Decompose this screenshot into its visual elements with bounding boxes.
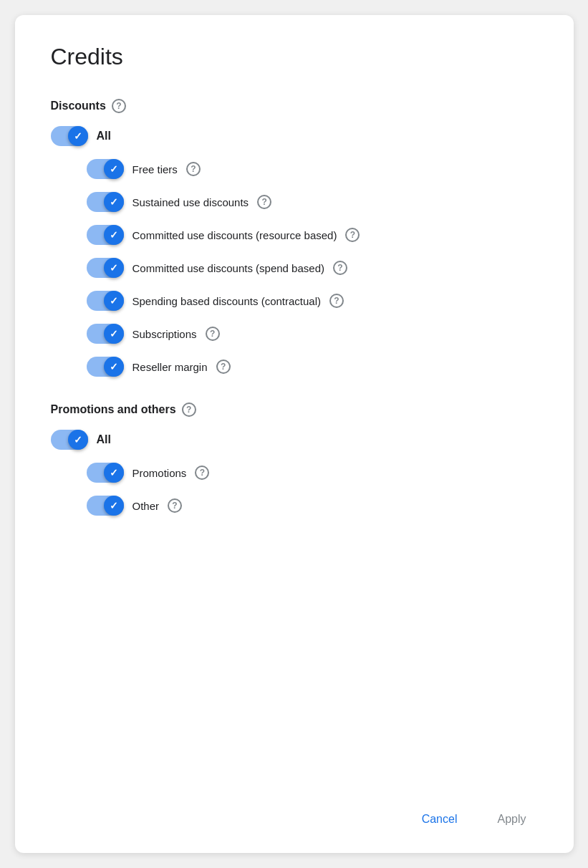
promotions-item-row: ✓ Promotions ? [87,463,538,483]
committed-resource-row: ✓ Committed use discounts (resource base… [87,225,538,245]
promotions-all-row: ✓ All [51,430,538,450]
subscriptions-label: Subscriptions [132,328,197,340]
other-label: Other [132,500,160,512]
toggle-check-icon: ✓ [110,328,118,339]
toggle-thumb: ✓ [104,291,124,311]
committed-spend-toggle[interactable]: ✓ [87,258,124,278]
reseller-margin-toggle[interactable]: ✓ [87,357,124,377]
committed-spend-help-icon[interactable]: ? [333,261,347,275]
discounts-all-row: ✓ All [51,126,538,146]
toggle-thumb: ✓ [104,496,124,516]
other-row: ✓ Other ? [87,496,538,516]
toggle-thumb: ✓ [104,357,124,377]
promotions-section-header: Promotions and others ? [51,402,538,417]
promotions-all-toggle[interactable]: ✓ [51,430,88,450]
toggle-check-icon: ✓ [110,262,118,274]
free-tiers-toggle[interactable]: ✓ [87,159,124,179]
discounts-all-label: All [97,130,111,143]
other-help-icon[interactable]: ? [168,498,182,513]
promotions-item-help-icon[interactable]: ? [195,466,209,480]
credits-panel: Credits Discounts ? ✓ All ✓ Free tiers ? [15,15,574,853]
spending-based-row: ✓ Spending based discounts (contractual)… [87,291,538,311]
promotions-section-title: Promotions and others [51,403,176,416]
committed-resource-toggle[interactable]: ✓ [87,225,124,245]
toggle-thumb: ✓ [104,463,124,483]
spending-based-help-icon[interactable]: ? [329,294,344,308]
subscriptions-help-icon[interactable]: ? [206,327,220,341]
committed-resource-label: Committed use discounts (resource based) [132,229,337,241]
toggle-thumb: ✓ [104,258,124,278]
free-tiers-help-icon[interactable]: ? [186,162,201,176]
toggle-check-icon: ✓ [110,467,118,478]
committed-resource-help-icon[interactable]: ? [345,228,360,242]
promotions-help-icon[interactable]: ? [182,402,196,417]
other-toggle[interactable]: ✓ [87,496,124,516]
discounts-section-title: Discounts [51,100,106,112]
spending-based-toggle[interactable]: ✓ [87,291,124,311]
discounts-section-header: Discounts ? [51,99,538,113]
toggle-check-icon: ✓ [110,500,118,511]
reseller-margin-row: ✓ Reseller margin ? [87,357,538,377]
subscriptions-toggle[interactable]: ✓ [87,324,124,344]
footer: Cancel Apply [51,793,538,853]
toggle-thumb: ✓ [104,192,124,212]
promotions-item-label: Promotions [132,467,187,479]
promotions-item-toggle[interactable]: ✓ [87,463,124,483]
committed-spend-row: ✓ Committed use discounts (spend based) … [87,258,538,278]
sustained-use-help-icon[interactable]: ? [257,195,271,209]
free-tiers-label: Free tiers [132,163,178,175]
toggle-thumb: ✓ [104,225,124,245]
toggle-check-icon: ✓ [110,229,118,241]
toggle-check-icon: ✓ [110,196,118,208]
spending-based-label: Spending based discounts (contractual) [132,295,322,307]
toggle-check-icon: ✓ [74,130,82,142]
promotions-all-label: All [97,433,111,446]
free-tiers-row: ✓ Free tiers ? [87,159,538,179]
reseller-margin-label: Reseller margin [132,361,208,373]
committed-spend-label: Committed use discounts (spend based) [132,262,324,274]
reseller-margin-help-icon[interactable]: ? [216,360,231,374]
sustained-use-label: Sustained use discounts [132,196,249,208]
toggle-check-icon: ✓ [74,434,82,445]
subscriptions-row: ✓ Subscriptions ? [87,324,538,344]
toggle-thumb: ✓ [104,159,124,179]
discounts-help-icon[interactable]: ? [112,99,126,113]
discounts-all-toggle[interactable]: ✓ [51,126,88,146]
cancel-button[interactable]: Cancel [410,807,469,831]
toggle-check-icon: ✓ [110,361,118,372]
toggle-check-icon: ✓ [110,295,118,307]
page-title: Credits [51,44,538,70]
toggle-thumb: ✓ [68,126,88,146]
sustained-use-row: ✓ Sustained use discounts ? [87,192,538,212]
toggle-thumb: ✓ [104,324,124,344]
sustained-use-toggle[interactable]: ✓ [87,192,124,212]
apply-button[interactable]: Apply [486,807,537,831]
toggle-check-icon: ✓ [110,163,118,175]
toggle-thumb: ✓ [68,430,88,450]
